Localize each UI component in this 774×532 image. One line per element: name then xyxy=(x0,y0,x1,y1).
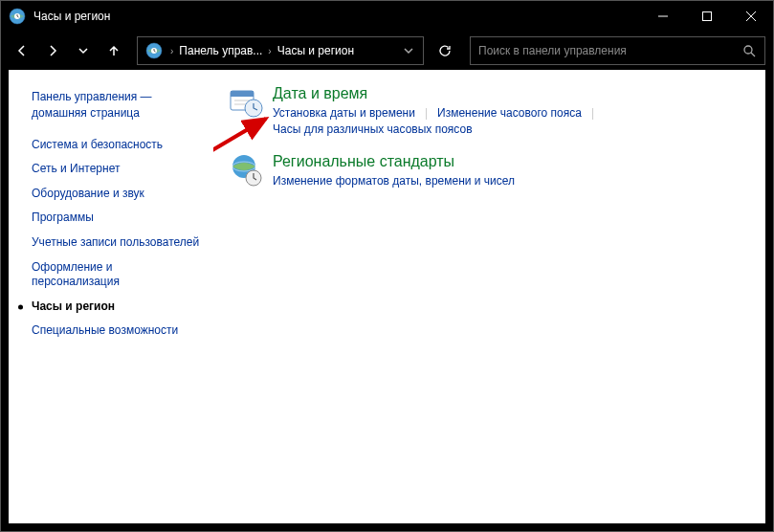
minimize-button[interactable] xyxy=(641,1,685,32)
sidebar-item-network[interactable]: Сеть и Интернет xyxy=(32,157,200,182)
back-button[interactable] xyxy=(9,37,35,64)
link-set-date-time[interactable]: Установка даты и времени xyxy=(273,106,425,120)
close-button[interactable] xyxy=(729,1,773,32)
link-change-formats[interactable]: Изменение форматов даты, времени и чисел xyxy=(273,174,524,188)
clock-region-icon xyxy=(145,42,163,59)
up-button[interactable] xyxy=(100,37,127,64)
globe-clock-icon xyxy=(229,153,263,188)
separator: | xyxy=(591,106,604,120)
window-title: Часы и регион xyxy=(33,10,641,23)
chevron-right-icon[interactable]: › xyxy=(166,46,177,56)
window-controls xyxy=(641,1,773,32)
maximize-button[interactable] xyxy=(685,1,729,32)
calendar-clock-icon xyxy=(229,85,263,120)
sidebar-item-hardware[interactable]: Оборудование и звук xyxy=(32,182,200,207)
sidebar-home-link[interactable]: Панель управления — домашняя страница xyxy=(32,89,200,122)
forward-button[interactable] xyxy=(39,37,66,64)
breadcrumb-seg1[interactable]: Панель управ... xyxy=(177,44,264,57)
chevron-right-icon[interactable]: › xyxy=(264,46,275,56)
separator: | xyxy=(425,106,437,120)
refresh-button[interactable] xyxy=(431,37,458,64)
link-change-timezone[interactable]: Изменение часового пояса xyxy=(437,106,591,120)
breadcrumb-seg2[interactable]: Часы и регион xyxy=(276,44,356,57)
link-multiple-clocks[interactable]: Часы для различных часовых поясов xyxy=(273,122,746,136)
sidebar-list: Система и безопасность Сеть и Интернет О… xyxy=(32,133,200,344)
category-title-date-time[interactable]: Дата и время xyxy=(273,85,746,102)
sidebar-item-accessibility[interactable]: Специальные возможности xyxy=(32,319,200,344)
main-panel: Дата и время Установка даты и времени | … xyxy=(210,70,765,523)
sidebar-item-clock-region[interactable]: Часы и регион xyxy=(32,295,200,320)
search-icon[interactable] xyxy=(738,44,761,57)
category-region: Региональные стандарты Изменение формато… xyxy=(229,153,746,188)
search-input[interactable] xyxy=(475,44,738,57)
navbar: › Панель управ... › Часы и регион xyxy=(1,32,773,70)
sidebar-item-system[interactable]: Система и безопасность xyxy=(32,133,200,158)
window: Часы и регион › Панель управ... › Часы и… xyxy=(0,0,774,532)
chevron-down-icon[interactable] xyxy=(398,46,419,55)
address-bar[interactable]: › Панель управ... › Часы и регион xyxy=(137,36,424,65)
search-box[interactable] xyxy=(470,36,765,65)
sidebar-item-programs[interactable]: Программы xyxy=(32,206,200,231)
svg-rect-11 xyxy=(231,91,254,97)
category-title-region[interactable]: Региональные стандарты xyxy=(273,153,746,170)
sidebar-item-appearance[interactable]: Оформление и персонализация xyxy=(32,255,200,295)
clock-region-icon xyxy=(9,8,26,25)
titlebar: Часы и регион xyxy=(1,1,773,32)
sidebar-item-accounts[interactable]: Учетные записи пользователей xyxy=(32,231,200,255)
sidebar: Панель управления — домашняя страница Си… xyxy=(9,70,210,523)
content: Панель управления — домашняя страница Си… xyxy=(9,70,765,523)
svg-rect-3 xyxy=(703,12,712,21)
svg-line-9 xyxy=(751,53,755,56)
category-date-time: Дата и время Установка даты и времени | … xyxy=(229,85,746,136)
svg-point-8 xyxy=(744,46,752,54)
recent-dropdown[interactable] xyxy=(70,37,97,64)
